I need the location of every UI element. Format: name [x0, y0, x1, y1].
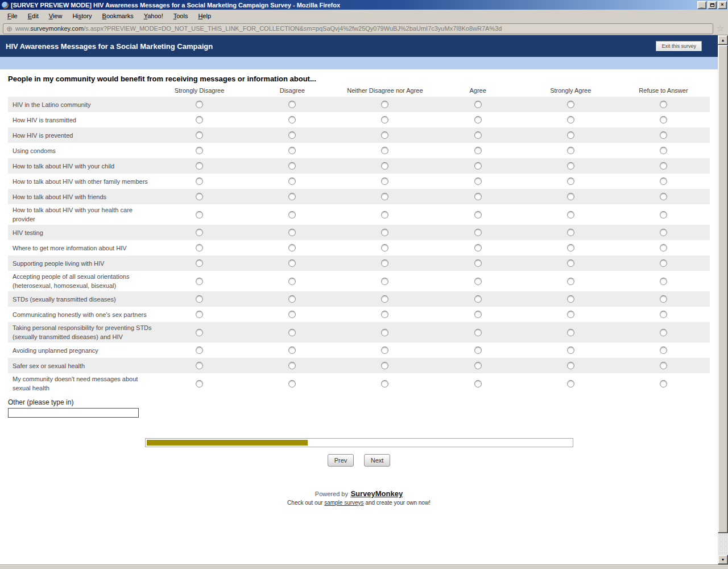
radio-button[interactable] — [288, 295, 296, 303]
menu-item-yahoo[interactable]: Yahoo! — [139, 11, 168, 21]
other-input[interactable] — [8, 408, 139, 418]
radio-button[interactable] — [474, 244, 482, 251]
radio-button[interactable] — [660, 362, 667, 369]
next-button[interactable]: Next — [364, 454, 390, 467]
radio-button[interactable] — [196, 244, 203, 251]
radio-button[interactable] — [567, 193, 574, 200]
radio-button[interactable] — [381, 380, 388, 387]
radio-button[interactable] — [381, 162, 388, 170]
radio-button[interactable] — [288, 131, 296, 139]
menu-item-history[interactable]: History — [67, 11, 97, 21]
restore-button[interactable] — [708, 1, 717, 9]
radio-button[interactable] — [567, 162, 574, 170]
radio-button[interactable] — [381, 229, 388, 236]
radio-button[interactable] — [288, 278, 296, 285]
vertical-scrollbar[interactable]: ▲ ▼ — [718, 35, 728, 564]
radio-button[interactable] — [196, 147, 203, 154]
radio-button[interactable] — [474, 101, 482, 108]
radio-button[interactable] — [196, 278, 203, 285]
radio-button[interactable] — [196, 259, 203, 267]
radio-button[interactable] — [660, 131, 667, 139]
radio-button[interactable] — [567, 229, 574, 236]
menu-item-tools[interactable]: Tools — [168, 11, 193, 21]
menu-item-file[interactable]: File — [2, 11, 23, 21]
surveymonkey-link[interactable]: SurveyMonkey — [350, 489, 403, 498]
radio-button[interactable] — [381, 211, 388, 218]
radio-button[interactable] — [196, 116, 203, 123]
radio-button[interactable] — [567, 178, 574, 185]
radio-button[interactable] — [288, 362, 296, 369]
radio-button[interactable] — [660, 244, 667, 251]
radio-button[interactable] — [196, 311, 203, 318]
radio-button[interactable] — [660, 347, 667, 354]
radio-button[interactable] — [381, 131, 388, 139]
radio-button[interactable] — [381, 259, 388, 267]
radio-button[interactable] — [567, 259, 574, 267]
scrollbar-track[interactable] — [718, 45, 728, 555]
radio-button[interactable] — [381, 178, 388, 185]
radio-button[interactable] — [660, 259, 667, 267]
radio-button[interactable] — [660, 162, 667, 170]
radio-button[interactable] — [288, 244, 296, 251]
menu-item-help[interactable]: Help — [193, 11, 216, 21]
radio-button[interactable] — [474, 311, 482, 318]
radio-button[interactable] — [288, 347, 296, 354]
radio-button[interactable] — [196, 295, 203, 303]
radio-button[interactable] — [660, 278, 667, 285]
radio-button[interactable] — [474, 193, 482, 200]
radio-button[interactable] — [474, 362, 482, 369]
radio-button[interactable] — [567, 278, 574, 285]
radio-button[interactable] — [567, 380, 574, 387]
radio-button[interactable] — [660, 178, 667, 185]
minimize-button[interactable]: _ — [697, 1, 706, 9]
radio-button[interactable] — [660, 211, 667, 218]
menu-item-bookmarks[interactable]: Bookmarks — [97, 11, 139, 21]
radio-button[interactable] — [196, 211, 203, 218]
radio-button[interactable] — [381, 193, 388, 200]
radio-button[interactable] — [567, 311, 574, 318]
url-field[interactable]: ⊕ www.surveymonkey.com/s.aspx?PREVIEW_MO… — [3, 23, 713, 34]
radio-button[interactable] — [196, 380, 203, 387]
prev-button[interactable]: Prev — [328, 454, 354, 467]
radio-button[interactable] — [196, 229, 203, 236]
radio-button[interactable] — [474, 162, 482, 170]
radio-button[interactable] — [567, 362, 574, 369]
radio-button[interactable] — [474, 259, 482, 267]
radio-button[interactable] — [660, 193, 667, 200]
radio-button[interactable] — [660, 295, 667, 303]
radio-button[interactable] — [288, 178, 296, 185]
scrollbar-thumb[interactable] — [718, 45, 728, 533]
radio-button[interactable] — [474, 178, 482, 185]
radio-button[interactable] — [474, 347, 482, 354]
menu-item-view[interactable]: View — [44, 11, 68, 21]
radio-button[interactable] — [660, 101, 667, 108]
menu-item-edit[interactable]: Edit — [23, 11, 44, 21]
radio-button[interactable] — [288, 311, 296, 318]
radio-button[interactable] — [381, 362, 388, 369]
scroll-up-icon[interactable]: ▲ — [718, 35, 728, 45]
radio-button[interactable] — [567, 116, 574, 123]
radio-button[interactable] — [196, 101, 203, 108]
close-button[interactable]: × — [718, 1, 727, 9]
radio-button[interactable] — [567, 347, 574, 354]
radio-button[interactable] — [381, 329, 388, 336]
radio-button[interactable] — [474, 211, 482, 218]
radio-button[interactable] — [288, 329, 296, 336]
radio-button[interactable] — [567, 295, 574, 303]
radio-button[interactable] — [660, 116, 667, 123]
radio-button[interactable] — [196, 347, 203, 354]
radio-button[interactable] — [196, 131, 203, 139]
radio-button[interactable] — [660, 147, 667, 154]
radio-button[interactable] — [474, 329, 482, 336]
radio-button[interactable] — [660, 329, 667, 336]
radio-button[interactable] — [196, 362, 203, 369]
radio-button[interactable] — [381, 347, 388, 354]
radio-button[interactable] — [567, 329, 574, 336]
scroll-down-icon[interactable]: ▼ — [718, 555, 728, 564]
radio-button[interactable] — [288, 147, 296, 154]
radio-button[interactable] — [660, 311, 667, 318]
radio-button[interactable] — [474, 295, 482, 303]
radio-button[interactable] — [381, 278, 388, 285]
radio-button[interactable] — [381, 244, 388, 251]
radio-button[interactable] — [381, 147, 388, 154]
